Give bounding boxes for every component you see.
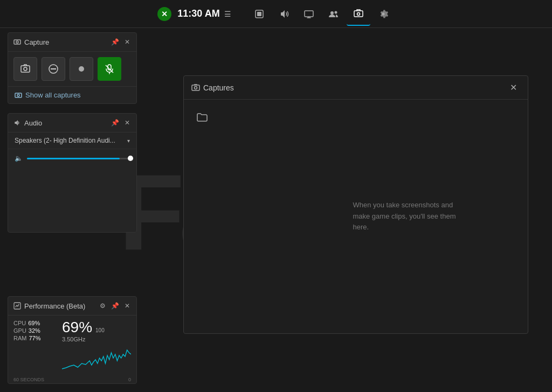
svg-rect-20 (192, 85, 199, 90)
perf-freq: 3.50GHz (62, 336, 85, 342)
svg-point-8 (16, 41, 18, 43)
nav-captures[interactable] (347, 2, 370, 26)
menu-icon[interactable]: ☰ (224, 10, 231, 18)
captures-empty-message: When you take screenshots andmake game c… (353, 200, 456, 233)
capture-title-text: Capture (24, 38, 49, 46)
nav-social[interactable] (322, 2, 346, 26)
svg-point-10 (24, 67, 27, 71)
show-captures-icon (15, 92, 22, 99)
ram-stat: RAM 77% (13, 335, 57, 341)
svg-point-4 (334, 11, 337, 13)
capture-close-button[interactable]: ✕ (123, 37, 131, 47)
svg-rect-9 (21, 66, 30, 72)
gpu-label: GPU (13, 327, 26, 334)
nav-achievements[interactable] (247, 2, 271, 26)
volume-slider-fill (27, 158, 120, 159)
cpu-stat: CPU 69% (13, 320, 57, 326)
captures-modal-icon (191, 83, 200, 92)
volume-icon: 🔈 (15, 155, 23, 162)
capture-pin-button[interactable]: 📌 (110, 37, 120, 47)
nav-audio[interactable] (272, 2, 296, 26)
ram-label: RAM (13, 335, 26, 341)
perf-chart (62, 345, 131, 372)
xbox-logo: ✕ (157, 6, 172, 22)
perf-chart-labels: 60 SECONDS 0 (8, 376, 136, 383)
time-display: 11:30 AM (177, 8, 219, 19)
gpu-value: 32% (29, 327, 40, 334)
svg-point-18 (17, 94, 19, 96)
audio-title-icon (13, 119, 21, 127)
perf-panel-title: Performance (Beta) (13, 302, 85, 310)
svg-line-16 (106, 65, 113, 73)
chart-label-right: 0 (128, 377, 131, 382)
captures-modal: Captures ✕ When you take screenshots and… (183, 75, 528, 334)
perf-adjust-button[interactable]: ⚙ (99, 301, 107, 311)
performance-panel: Performance (Beta) ⚙ 📌 ✕ CPU 69% GPU 32%… (8, 296, 137, 384)
captures-modal-title: Captures (191, 83, 234, 92)
gpu-stat: GPU 32% (13, 327, 57, 334)
perf-stats: CPU 69% GPU 32% RAM 77% (13, 320, 57, 372)
audio-device-selector[interactable]: Speakers (2- High Definition Audi... ▾ (8, 132, 136, 149)
capture-title-icon (13, 38, 21, 46)
captures-modal-body: When you take screenshots andmake game c… (184, 100, 528, 333)
folder-icon (196, 111, 208, 123)
svg-point-13 (79, 66, 84, 72)
perf-panel-controls: ⚙ 📌 ✕ (99, 301, 131, 311)
captures-modal-header: Captures ✕ (184, 76, 528, 100)
volume-slider-thumb (128, 156, 133, 161)
audio-panel-header: Audio 📌 ✕ (8, 114, 136, 132)
audio-title-text: Audio (24, 119, 42, 127)
nav-settings[interactable] (371, 2, 395, 26)
audio-device-chevron: ▾ (127, 138, 130, 144)
chart-label-left: 60 SECONDS (13, 377, 44, 382)
capture-panel-controls: 📌 ✕ (110, 37, 131, 47)
audio-close-button[interactable]: ✕ (123, 118, 131, 128)
perf-content: CPU 69% GPU 32% RAM 77% 69% 100 3.50GHz (8, 316, 136, 376)
svg-point-6 (357, 12, 360, 15)
xbox-logo-x: ✕ (161, 10, 168, 18)
svg-rect-2 (305, 11, 313, 17)
perf-big-number: 69% (62, 320, 92, 335)
svg-rect-17 (15, 93, 22, 97)
capture-panel-title: Capture (13, 38, 49, 46)
capture-panel-header: Capture 📌 ✕ (8, 33, 136, 52)
svg-point-3 (330, 11, 334, 15)
screenshot-button[interactable] (13, 57, 37, 81)
perf-chart-svg (62, 345, 131, 372)
audio-panel-controls: 📌 ✕ (110, 118, 131, 128)
capture-buttons-row (8, 52, 136, 86)
audio-pin-button[interactable]: 📌 (110, 118, 120, 128)
captures-modal-title-text: Captures (203, 83, 234, 92)
show-captures-label: Show all captures (25, 91, 81, 99)
perf-scale-max: 100 (95, 327, 105, 333)
captures-empty-state: When you take screenshots andmake game c… (286, 105, 522, 328)
top-bar-center: ✕ 11:30 AM ☰ (157, 2, 395, 26)
svg-rect-1 (257, 12, 261, 16)
audio-panel-title: Audio (13, 119, 42, 127)
stop-record-button[interactable] (42, 57, 65, 81)
audio-device-name: Speakers (2- High Definition Audi... (15, 137, 115, 144)
show-all-captures-link[interactable]: Show all captures (8, 86, 136, 103)
audio-extra-space (8, 167, 136, 232)
captures-sidebar (189, 105, 286, 328)
volume-slider[interactable] (27, 158, 130, 159)
xbox-logo-circle: ✕ (157, 7, 171, 21)
cpu-value: 69% (28, 320, 40, 326)
nav-display[interactable] (297, 2, 321, 26)
capture-panel: Capture 📌 ✕ Show all captures (8, 32, 137, 104)
svg-rect-5 (354, 11, 363, 17)
perf-title-icon (13, 302, 21, 310)
svg-point-21 (195, 86, 197, 89)
microphone-button[interactable] (98, 57, 121, 81)
perf-close-button[interactable]: ✕ (123, 301, 131, 311)
captures-folder-button[interactable] (192, 108, 211, 127)
captures-modal-close[interactable]: ✕ (507, 81, 520, 94)
volume-row: 🔈 (8, 149, 136, 167)
perf-pin-button[interactable]: 📌 (110, 301, 120, 311)
perf-main: 69% 100 3.50GHz (62, 320, 131, 372)
audio-panel: Audio 📌 ✕ Speakers (2- High Definition A… (8, 113, 137, 233)
perf-panel-header: Performance (Beta) ⚙ 📌 ✕ (8, 297, 136, 316)
perf-title-text: Performance (Beta) (24, 302, 85, 310)
record-button[interactable] (70, 57, 93, 81)
ram-value: 77% (29, 335, 40, 341)
